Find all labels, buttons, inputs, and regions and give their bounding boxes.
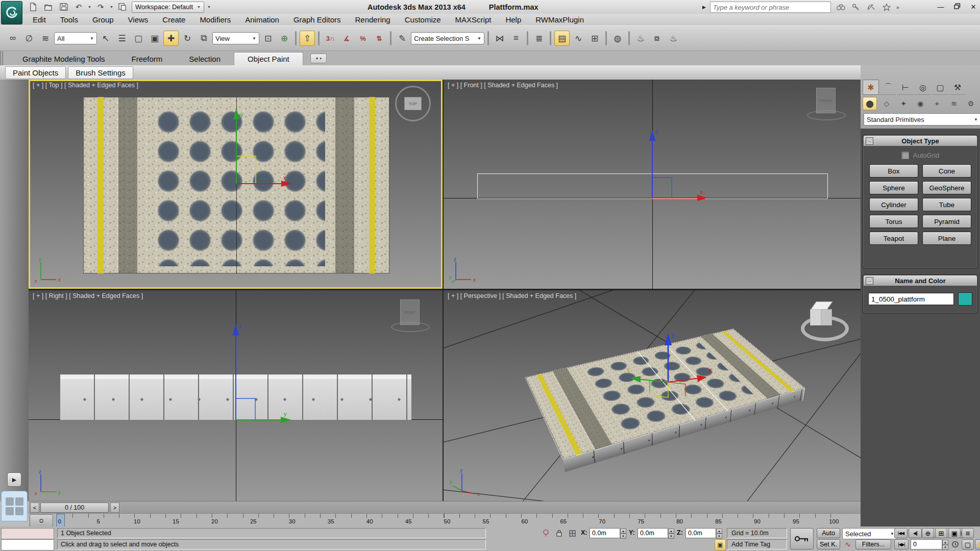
panel-tab-create-icon[interactable]: ✱ (863, 80, 879, 95)
open-file-icon[interactable] (42, 2, 54, 12)
select-and-manipulate-icon[interactable]: ⊕ (277, 31, 292, 46)
mini-curve-editor-button[interactable]: ≎ (30, 514, 53, 527)
expand-layout-tabs-button[interactable]: ▶ (7, 472, 21, 487)
workspace-dropdown[interactable]: Workspace: Default ▼ (132, 2, 204, 13)
search-icon[interactable] (835, 2, 846, 12)
time-configuration-icon[interactable] (949, 539, 961, 549)
undo-dropdown-icon[interactable]: ▼ (88, 5, 91, 9)
add-time-tag[interactable]: Add Time Tag (727, 539, 787, 549)
menu-item[interactable]: Animation (238, 15, 286, 24)
redo-icon[interactable]: ↷ (94, 2, 107, 12)
selection-set-key-dropdown[interactable]: Selected (842, 528, 897, 539)
viewport-top[interactable]: [ + ] [ Top ] [ Shaded + Edged Faces ] y… (29, 80, 443, 289)
pan-icon[interactable]: ✋ (975, 539, 980, 549)
viewcube[interactable]: TOP (395, 86, 431, 121)
ribbon-tab-object-paint[interactable]: Object Paint (234, 52, 303, 65)
angle-snap-icon[interactable]: ∡ (339, 31, 354, 46)
time-slider-next-button[interactable]: > (110, 503, 119, 513)
panel-tab-hierarchy-icon[interactable]: ⊢ (897, 80, 914, 95)
viewport-layout-tab[interactable] (1, 491, 28, 521)
rollout-collapse-icon[interactable]: _ (866, 137, 873, 145)
select-and-move-icon[interactable]: ✚ (163, 31, 179, 46)
search-input[interactable] (710, 2, 831, 13)
selection-filter-dropdown[interactable]: All (54, 32, 97, 44)
align-icon[interactable]: ≡ (508, 31, 524, 46)
zoom-all-icon[interactable]: ⊞ (935, 528, 947, 538)
button-sphere[interactable]: Sphere (869, 181, 918, 194)
viewport-right[interactable]: [ + ] [ Right ] [ Shaded + Edged Faces ]… (29, 290, 443, 501)
manage-layers-icon[interactable]: ≣ (531, 31, 547, 46)
absolute-offset-toggle-icon[interactable]: ▣ (715, 539, 726, 550)
transform-gizmo-icon[interactable] (567, 528, 578, 538)
x-spinner[interactable]: ▲▼ (620, 529, 626, 538)
percent-snap-icon[interactable]: % (355, 31, 371, 46)
move-gizmo[interactable]: Z X Y (617, 331, 719, 403)
key-filter-icon[interactable]: ∿ (842, 539, 853, 549)
schematic-view-icon[interactable]: ⊞ (587, 31, 602, 46)
move-gizmo[interactable]: z x (623, 129, 709, 205)
menu-item[interactable]: Graph Editors (286, 15, 348, 24)
viewport-perspective-label[interactable]: [ + ] [ Perspective ] [ Shaded + Edged F… (448, 292, 576, 299)
panel-tab-modify-icon[interactable]: ⌒ (880, 80, 896, 95)
subtab-brush-settings[interactable]: Brush Settings (68, 66, 133, 79)
category-space-warps-icon[interactable]: ≋ (947, 97, 961, 110)
menu-item[interactable]: Help (498, 15, 528, 24)
undo-icon[interactable]: ↶ (72, 2, 85, 12)
button-geosphere[interactable]: GeoSphere (922, 181, 971, 194)
keyboard-shortcut-override-icon[interactable]: ⇧ (300, 31, 315, 46)
rollout-collapse-icon[interactable]: _ (866, 277, 873, 285)
select-object-icon[interactable]: ↖ (98, 31, 113, 46)
named-selection-set-dropdown[interactable]: Create Selection S (411, 32, 484, 44)
close-button[interactable]: ✕ (969, 3, 978, 11)
track-bar-ruler[interactable]: 0510152025303540455055606570758085909510… (53, 514, 861, 527)
time-slider-prev-button[interactable]: < (30, 503, 39, 513)
viewcube-left-face[interactable] (810, 309, 821, 325)
viewport-front[interactable]: [ + ] [ Front ] [ Shaded + Edged Faces ]… (444, 80, 861, 289)
previous-frame-button[interactable]: ◀|| (909, 528, 922, 538)
category-systems-icon[interactable]: ⚙ (964, 97, 978, 110)
isolate-selection-icon[interactable] (540, 528, 551, 538)
menu-item[interactable]: Rendering (348, 15, 397, 24)
button-tube[interactable]: Tube (922, 198, 971, 211)
button-torus[interactable]: Torus (869, 215, 918, 228)
move-gizmo[interactable]: y x (207, 102, 293, 191)
button-pyramid[interactable]: Pyramid (922, 215, 971, 228)
more-icon[interactable]: » (896, 5, 899, 10)
menu-item[interactable]: Tools (53, 15, 85, 24)
curve-editor-icon[interactable]: ∿ (571, 31, 586, 46)
viewcube-face-label[interactable]: TOP (404, 97, 422, 110)
zoom-icon[interactable]: ⊕ (922, 528, 934, 538)
category-shapes-icon[interactable]: ◇ (879, 97, 894, 110)
object-color-swatch[interactable] (958, 292, 972, 306)
reference-coordinate-dropdown[interactable]: View (212, 32, 259, 44)
menu-item[interactable]: Customize (398, 15, 448, 24)
select-and-rotate-icon[interactable]: ↻ (180, 31, 195, 46)
viewcube[interactable]: FRONT (806, 86, 846, 122)
infocenter-arrow-icon[interactable]: ▶ (702, 5, 706, 10)
autogrid-checkbox[interactable] (901, 152, 909, 159)
current-frame-field[interactable]: 0 (911, 539, 942, 549)
z-spinner[interactable]: ▲▼ (716, 529, 722, 538)
restore-button[interactable] (952, 3, 962, 11)
category-helpers-icon[interactable]: ⌖ (930, 97, 944, 110)
project-folder-icon[interactable] (116, 2, 129, 12)
panel-tab-utilities-icon[interactable]: ⚒ (949, 80, 966, 95)
menu-item[interactable]: MAXScript (448, 15, 499, 24)
category-geometry-icon[interactable]: ⬤ (863, 97, 877, 110)
select-and-link-icon[interactable]: ∞ (5, 31, 20, 46)
viewport-perspective[interactable]: [ + ] [ Perspective ] [ Shaded + Edged F… (444, 290, 861, 501)
communication-center-icon[interactable] (866, 2, 877, 12)
ribbon-minimize-dropdown-icon[interactable]: ▼ ▾ (310, 54, 327, 63)
menu-item[interactable]: RWMaxPlugin (528, 15, 591, 24)
auto-key-button[interactable]: Auto (817, 528, 840, 538)
category-lights-icon[interactable]: ✦ (896, 97, 911, 110)
render-setup-icon[interactable]: ♨ (633, 31, 648, 46)
track-bar[interactable]: ≎ 05101520253035404550556065707580859095… (29, 513, 861, 528)
minimize-button[interactable]: — (936, 3, 945, 11)
viewport-front-label[interactable]: [ + ] [ Front ] [ Shaded + Edged Faces ] (448, 82, 558, 89)
selection-lock-icon[interactable] (553, 528, 565, 538)
viewport-right-label[interactable]: [ + ] [ Right ] [ Shaded + Edged Faces ] (33, 292, 143, 299)
menu-item[interactable]: Modifiers (192, 15, 238, 24)
window-crossing-icon[interactable]: ▣ (147, 31, 162, 46)
select-and-scale-icon[interactable]: ⧉ (196, 31, 211, 46)
